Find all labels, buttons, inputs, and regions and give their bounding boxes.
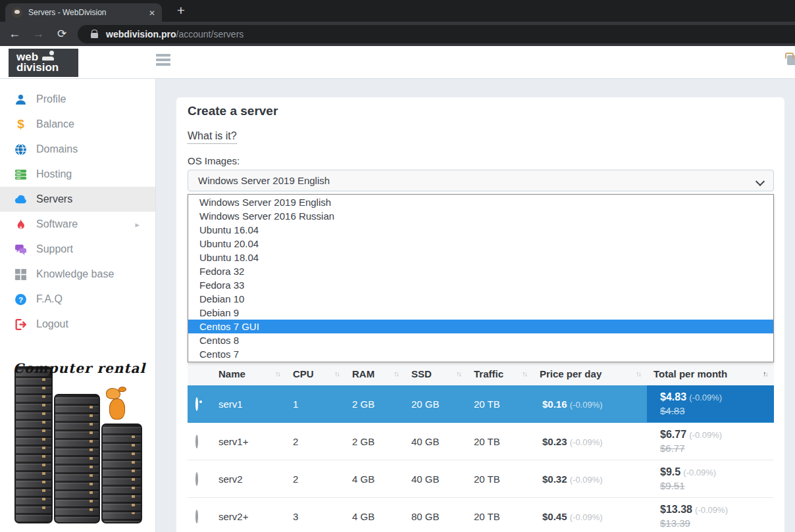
cloud-icon xyxy=(14,193,27,206)
column-header-cpu: CPU xyxy=(293,368,314,379)
cell-price-per-day: $0.16 (-0.09%) xyxy=(533,399,647,410)
sidebar-item-support[interactable]: Support xyxy=(0,237,155,262)
url-host: webdivision.pro xyxy=(106,29,176,39)
cell-price-per-day: $0.45 (-0.09%) xyxy=(533,511,647,522)
close-tab-icon[interactable] xyxy=(149,7,155,18)
sidebar-item-label: F.A.Q xyxy=(36,293,63,305)
dropdown-option[interactable]: Windows Server 2016 Russian xyxy=(188,209,773,223)
dropdown-option[interactable]: Fedora 32 xyxy=(188,264,773,278)
table-row-serv2plus[interactable]: serv2+ 3 4 GB 80 GB 20 TB $0.45 (-0.09%)… xyxy=(188,498,774,532)
sidebar-item-label: Balance xyxy=(36,118,74,130)
plus-icon xyxy=(177,6,185,17)
dropdown-option[interactable]: Centos 8 xyxy=(188,333,773,347)
sidebar: Profile Balance Domains Hosting Servers … xyxy=(0,79,156,532)
sort-icon-active[interactable] xyxy=(763,370,767,377)
what-is-it-link[interactable]: What is it? xyxy=(188,130,237,144)
browser-toolbar: webdivision.pro /account/servers xyxy=(0,22,795,46)
sort-icon[interactable] xyxy=(522,370,526,377)
table-row-serv1[interactable]: serv1 1 2 GB 20 GB 20 TB $0.16 (-0.09%) … xyxy=(188,385,774,423)
table-row-serv2[interactable]: serv2 2 4 GB 40 GB 20 TB $0.32 (-0.09%) … xyxy=(188,460,774,498)
table-row-serv1plus[interactable]: serv1+ 2 2 GB 40 GB 20 TB $0.23 (-0.09%)… xyxy=(188,423,774,460)
cell-traffic: 20 TB xyxy=(467,436,533,447)
dropdown-option[interactable]: Debian 10 xyxy=(188,292,773,306)
sidebar-item-logout[interactable]: Logout xyxy=(0,312,155,337)
sort-icon[interactable] xyxy=(334,370,339,377)
address-bar[interactable]: webdivision.pro /account/servers xyxy=(78,25,795,43)
browser-tab[interactable]: Servers - WebDivision xyxy=(5,3,162,22)
new-tab-button[interactable] xyxy=(172,2,190,19)
radio-unselected[interactable] xyxy=(195,510,198,523)
os-select-value: Windows Server 2019 English xyxy=(198,175,330,186)
sidebar-item-faq[interactable]: ? F.A.Q xyxy=(0,287,155,312)
sidebar-item-label: Hosting xyxy=(36,168,72,180)
sidebar-item-label: Knowledge base xyxy=(36,268,114,280)
dropdown-option[interactable]: Ubuntu 18.04 xyxy=(188,251,773,264)
sidebar-item-hosting[interactable]: Hosting xyxy=(0,162,155,187)
radio-unselected[interactable] xyxy=(195,435,198,448)
cell-name: serv1+ xyxy=(212,436,286,447)
sidebar-item-label: Domains xyxy=(36,143,78,155)
sidebar-item-servers[interactable]: Servers xyxy=(0,187,155,212)
submenu-arrow-icon xyxy=(135,218,140,230)
browser-window: { "browser": { "tab_title": "Servers - W… xyxy=(0,0,795,532)
logout-icon xyxy=(14,318,27,331)
cart-icon[interactable] xyxy=(787,55,795,65)
radio-selected[interactable] xyxy=(195,397,198,411)
old-price: $4.83 xyxy=(660,404,774,418)
sidebar-item-profile[interactable]: Profile xyxy=(0,87,155,112)
question-icon: ? xyxy=(14,293,27,306)
cell-cpu: 3 xyxy=(286,511,346,522)
os-images-dropdown: Windows Server 2019 English Windows Serv… xyxy=(188,194,774,362)
back-button[interactable] xyxy=(5,27,24,41)
app-header: web division xyxy=(0,46,795,79)
cell-cpu: 2 xyxy=(286,436,346,447)
globe-icon xyxy=(14,143,27,156)
computer-rental-banner[interactable]: Computer rental xyxy=(13,360,142,532)
dropdown-option-highlighted[interactable]: Centos 7 GUI xyxy=(188,320,773,333)
cell-total-per-month: $13.38 (-0.09%) $13.39 xyxy=(647,498,774,532)
os-images-label: OS Images: xyxy=(188,155,240,166)
column-header-price-per-day: Price per day xyxy=(540,368,602,379)
os-images-select[interactable]: Windows Server 2019 English xyxy=(188,170,774,191)
cell-name: serv2 xyxy=(212,473,286,485)
cell-ram: 4 GB xyxy=(346,473,405,485)
cell-traffic: 20 TB xyxy=(467,511,533,522)
sidebar-item-domains[interactable]: Domains xyxy=(0,137,155,162)
server-tower xyxy=(54,394,100,523)
dropdown-option[interactable]: Centos 7 xyxy=(188,347,773,361)
cell-total-per-month: $4.83 (-0.09%) $4.83 xyxy=(647,385,774,422)
radio-unselected[interactable] xyxy=(195,472,198,486)
sort-icon[interactable] xyxy=(275,370,280,377)
banner-title: Computer rental xyxy=(13,360,142,376)
main-content: Create a server What is it? OS Images: W… xyxy=(157,79,795,532)
grid-icon xyxy=(14,268,27,281)
dropdown-option[interactable]: Debian 9 xyxy=(188,306,773,320)
column-header-ssd: SSD xyxy=(411,368,432,379)
cell-cpu: 2 xyxy=(286,473,346,485)
logo[interactable]: web division xyxy=(9,49,78,77)
cell-ssd: 40 GB xyxy=(405,436,467,447)
create-server-card: Create a server What is it? OS Images: W… xyxy=(176,97,784,532)
dropdown-option[interactable]: Windows Server 2019 English xyxy=(188,195,773,209)
sidebar-item-label: Servers xyxy=(36,193,72,205)
lock-icon xyxy=(91,30,98,38)
dropdown-option[interactable]: Fedora 33 xyxy=(188,278,773,292)
sort-icon[interactable] xyxy=(636,370,640,377)
sidebar-item-knowledge-base[interactable]: Knowledge base xyxy=(0,262,155,287)
dropdown-option[interactable]: Ubuntu 16.04 xyxy=(188,223,773,237)
sidebar-item-software[interactable]: Software xyxy=(0,212,155,237)
sidebar-item-label: Support xyxy=(36,243,73,255)
sort-icon[interactable] xyxy=(456,370,461,377)
hamburger-menu-icon[interactable] xyxy=(156,54,170,70)
forward-button[interactable] xyxy=(29,27,47,41)
cell-ram: 2 GB xyxy=(346,436,405,447)
person-at-laptop-icon xyxy=(42,52,55,60)
reload-button[interactable] xyxy=(53,27,71,41)
sidebar-item-balance[interactable]: Balance xyxy=(0,112,155,137)
tariffs-table: Name CPU RAM SSD Traffic Price per day T… xyxy=(188,362,774,532)
svg-text:?: ? xyxy=(18,295,23,303)
sort-icon[interactable] xyxy=(394,370,398,377)
dropdown-option[interactable]: Ubuntu 20.04 xyxy=(188,237,773,251)
cell-price-per-day: $0.32 (-0.09%) xyxy=(533,473,647,485)
cell-ram: 2 GB xyxy=(346,399,405,410)
